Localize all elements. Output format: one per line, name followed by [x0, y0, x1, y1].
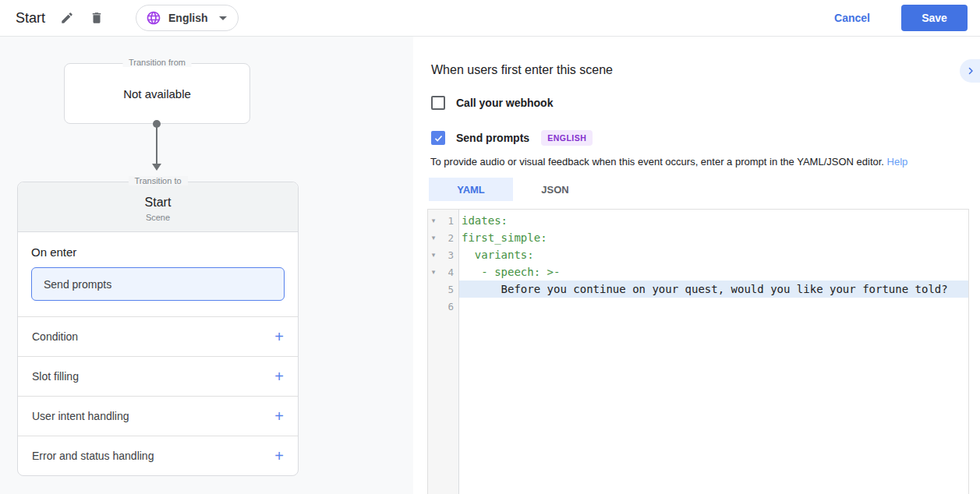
- save-button[interactable]: Save: [901, 5, 968, 31]
- scene-type: Scene: [18, 213, 298, 222]
- trash-icon: [90, 11, 104, 25]
- code-line[interactable]: first_simple:: [459, 229, 968, 246]
- gutter-row: ▾4: [428, 263, 458, 281]
- transition-connector: [151, 120, 162, 171]
- code-line[interactable]: idates:: [459, 212, 968, 229]
- fold-arrow-icon[interactable]: ▾: [428, 251, 439, 259]
- section-error-handling[interactable]: Error and status handling +: [18, 436, 298, 475]
- help-link[interactable]: Help: [887, 156, 908, 168]
- editor-tabs: YAML JSON: [429, 178, 597, 201]
- line-number: 1: [439, 215, 458, 227]
- cancel-button[interactable]: Cancel: [834, 12, 870, 24]
- gutter-row: ▾1: [428, 212, 458, 229]
- editor-gutter: ▾1▾2▾3▾456: [428, 210, 459, 494]
- yaml-code-editor[interactable]: ▾1▾2▾3▾456 idates:first_simple: variants…: [427, 209, 969, 494]
- line-number: 6: [439, 301, 458, 312]
- scene-name: Start: [18, 196, 298, 210]
- transition-to-card: Transition to Start Scene On enter Send …: [17, 182, 299, 476]
- arrow-down-icon: [152, 164, 161, 171]
- scene-detail-panel: When users first enter this scene Call y…: [413, 37, 980, 494]
- gutter-row: ▾3: [428, 246, 458, 263]
- pencil-icon: [60, 11, 74, 25]
- editor-content[interactable]: idates:first_simple: variants: - speech:…: [459, 210, 968, 494]
- top-bar: Start English Cancel Save: [0, 0, 980, 37]
- code-line[interactable]: - speech: >-: [459, 263, 968, 281]
- section-condition[interactable]: Condition +: [18, 316, 298, 356]
- connector-line: [156, 126, 157, 164]
- send-prompts-checkbox[interactable]: [431, 131, 445, 145]
- delete-button[interactable]: [89, 10, 104, 26]
- language-badge: ENGLISH: [541, 130, 593, 146]
- webhook-label: Call your webhook: [456, 97, 553, 109]
- line-number: 5: [439, 284, 458, 295]
- send-prompts-label: Send prompts: [456, 132, 529, 144]
- add-error-icon[interactable]: +: [274, 448, 284, 464]
- fold-arrow-icon[interactable]: ▾: [428, 268, 439, 276]
- line-number: 3: [439, 249, 458, 261]
- check-icon: [433, 133, 444, 143]
- fold-arrow-icon[interactable]: ▾: [428, 217, 439, 224]
- edit-button[interactable]: [59, 10, 75, 26]
- transition-from-value: Not available: [123, 87, 191, 101]
- add-slot-icon[interactable]: +: [274, 369, 284, 384]
- scene-title: Start: [16, 10, 45, 26]
- tab-json[interactable]: JSON: [513, 178, 597, 201]
- globe-icon: [146, 10, 161, 26]
- on-enter-label: On enter: [31, 245, 285, 259]
- transition-from-label: Transition from: [122, 58, 192, 67]
- code-line[interactable]: Before you continue on your quest, would…: [459, 281, 968, 298]
- gutter-row: 5: [428, 281, 458, 298]
- line-number: 4: [439, 266, 458, 278]
- scene-card-header[interactable]: Start Scene: [18, 182, 298, 232]
- prompt-description: To provide audio or visual feedback when…: [430, 156, 907, 168]
- fold-arrow-icon[interactable]: ▾: [428, 234, 439, 242]
- language-label: English: [168, 12, 208, 24]
- tab-yaml[interactable]: YAML: [429, 178, 513, 201]
- add-intent-icon[interactable]: +: [274, 408, 284, 424]
- chevron-down-icon: [219, 16, 227, 20]
- collapse-panel-button[interactable]: [960, 59, 980, 83]
- transition-from-box: Transition from Not available: [64, 63, 250, 124]
- webhook-checkbox[interactable]: [431, 96, 445, 110]
- code-line[interactable]: [459, 298, 968, 315]
- panel-heading: When users first enter this scene: [431, 63, 613, 77]
- language-selector[interactable]: English: [136, 5, 239, 31]
- scene-graph-canvas: Transition from Not available Transition…: [0, 37, 413, 494]
- add-condition-icon[interactable]: +: [274, 329, 284, 344]
- on-enter-section: On enter Send prompts: [18, 232, 298, 316]
- send-prompts-chip-label: Send prompts: [44, 278, 111, 291]
- line-number: 2: [439, 232, 458, 244]
- send-prompts-chip[interactable]: Send prompts: [31, 267, 285, 301]
- gutter-row: ▾2: [428, 229, 458, 246]
- code-line[interactable]: variants:: [459, 246, 968, 263]
- transition-to-label: Transition to: [128, 176, 187, 185]
- gutter-row: 6: [428, 298, 458, 315]
- chevron-right-icon: [966, 66, 975, 76]
- section-user-intent[interactable]: User intent handling +: [18, 396, 298, 436]
- section-slot-filling[interactable]: Slot filling +: [18, 356, 298, 396]
